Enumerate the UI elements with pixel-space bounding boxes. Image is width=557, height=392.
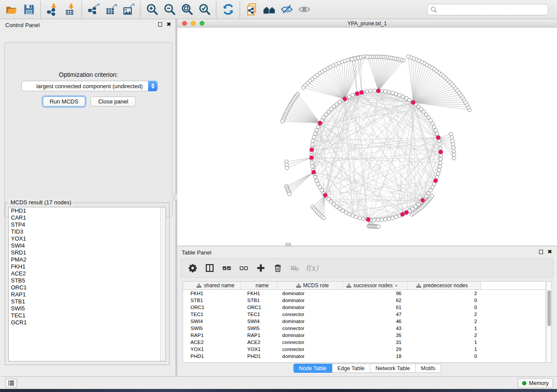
table-cell[interactable]: YOX1 bbox=[241, 346, 277, 353]
table-cell[interactable]: SWI5 bbox=[241, 325, 277, 332]
tab-motifs[interactable]: Motifs bbox=[415, 364, 441, 373]
column-header-name[interactable]: name bbox=[241, 282, 277, 289]
table-scrollbar-thumb[interactable] bbox=[547, 290, 551, 326]
horizontal-splitter-grip[interactable] bbox=[285, 243, 291, 246]
table-row[interactable]: FKH1FKH1dominator962 bbox=[183, 290, 546, 297]
mcds-result-item[interactable]: CAR1 bbox=[9, 214, 166, 221]
table-cell[interactable]: 35 bbox=[343, 332, 408, 339]
table-cell[interactable]: SWI4 bbox=[241, 318, 277, 325]
table-row[interactable]: YOX1YOX1connector291 bbox=[183, 346, 546, 353]
open-session-button[interactable] bbox=[3, 2, 20, 17]
mcds-list-scrollbar[interactable] bbox=[160, 207, 166, 361]
table-cell[interactable]: 1 bbox=[408, 325, 481, 332]
table-cell[interactable]: SWI4 bbox=[183, 318, 241, 325]
table-row[interactable]: ACE2ACE2connector311 bbox=[183, 339, 546, 346]
table-cell[interactable]: 1 bbox=[408, 339, 481, 346]
table-scrollbar[interactable] bbox=[546, 281, 552, 363]
table-cell[interactable]: RAP1 bbox=[183, 332, 241, 339]
table-cell[interactable]: 2 bbox=[408, 318, 481, 325]
table-row[interactable]: SWI4SWI4dominator462 bbox=[183, 318, 546, 325]
table-cell[interactable]: PHD1 bbox=[183, 353, 241, 360]
table-cell[interactable]: 46 bbox=[343, 318, 408, 325]
table-cell[interactable]: 2 bbox=[408, 290, 481, 297]
float-panel-icon[interactable] bbox=[158, 22, 162, 27]
optimization-criterion-select[interactable]: largest connected component (undirected) bbox=[21, 81, 158, 91]
close-panel-button[interactable]: Close panel bbox=[90, 96, 136, 107]
table-cell[interactable]: SWI5 bbox=[183, 325, 241, 332]
delete-column-button[interactable] bbox=[271, 261, 284, 275]
create-column-button[interactable] bbox=[254, 261, 267, 275]
table-cell[interactable]: STB1 bbox=[241, 297, 277, 304]
show-columns-button[interactable] bbox=[203, 261, 216, 275]
table-cell[interactable]: 61 bbox=[343, 304, 408, 311]
table-settings-button[interactable] bbox=[186, 261, 199, 275]
mcds-result-item[interactable]: YOX1 bbox=[9, 235, 166, 242]
import-network-button[interactable] bbox=[44, 2, 61, 17]
table-cell[interactable]: dominator bbox=[277, 290, 343, 297]
zoom-fit-button[interactable] bbox=[178, 2, 196, 17]
home-panels-button[interactable] bbox=[260, 2, 278, 17]
table-row[interactable]: TEC1TEC1connector472 bbox=[183, 311, 546, 318]
deselect-all-rows-button[interactable] bbox=[237, 261, 250, 275]
mcds-result-item[interactable]: SWI5 bbox=[9, 305, 166, 312]
mcds-result-item[interactable]: RAP1 bbox=[9, 291, 166, 298]
table-cell[interactable]: 18 bbox=[343, 353, 408, 360]
table-cell[interactable]: dominator bbox=[277, 304, 343, 311]
memory-button[interactable]: Memory bbox=[518, 378, 553, 388]
float-table-panel-icon[interactable] bbox=[539, 250, 543, 254]
table-cell[interactable]: dominator bbox=[277, 297, 343, 304]
table-cell[interactable]: 31 bbox=[343, 339, 408, 346]
zoom-selected-button[interactable] bbox=[196, 2, 213, 17]
table-cell[interactable]: ORC1 bbox=[183, 304, 241, 311]
table-cell[interactable]: dominator bbox=[277, 332, 343, 339]
table-row[interactable]: SWI5SWI5connector431 bbox=[183, 325, 546, 332]
mcds-result-item[interactable]: SRD1 bbox=[9, 249, 166, 256]
zoom-out-button[interactable] bbox=[161, 2, 178, 17]
network-window-titlebar[interactable]: YPA_prune.txt_1 bbox=[177, 19, 557, 28]
export-network-button[interactable] bbox=[85, 2, 102, 17]
table-row[interactable]: PHD1PHD1dominator180 bbox=[183, 353, 546, 360]
delete-table-button-disabled[interactable] bbox=[288, 261, 301, 275]
mcds-result-item[interactable]: FKH1 bbox=[9, 263, 166, 270]
table-cell[interactable]: connector bbox=[277, 311, 343, 318]
mcds-result-item[interactable]: ORC1 bbox=[9, 284, 166, 291]
table-cell[interactable]: ACE2 bbox=[241, 339, 277, 346]
column-header-predecessor-nodes[interactable]: predecessor nodes bbox=[408, 282, 481, 289]
refresh-view-button[interactable] bbox=[219, 2, 237, 17]
tab-edge-table[interactable]: Edge Table bbox=[332, 364, 370, 373]
mcds-result-item[interactable]: SWI4 bbox=[9, 242, 166, 249]
table-cell[interactable]: 2 bbox=[408, 311, 481, 318]
table-cell[interactable]: ORC1 bbox=[241, 304, 277, 311]
table-cell[interactable]: PHD1 bbox=[241, 353, 277, 360]
close-table-panel-icon[interactable]: ✖ bbox=[547, 249, 552, 254]
zoom-in-button[interactable] bbox=[143, 2, 161, 17]
mcds-result-item[interactable]: GCR1 bbox=[9, 319, 166, 326]
table-cell[interactable]: 62 bbox=[343, 297, 408, 304]
mcds-result-item[interactable]: PMA2 bbox=[9, 256, 166, 263]
table-cell[interactable]: STB1 bbox=[183, 297, 241, 304]
export-table-button[interactable] bbox=[102, 2, 120, 17]
table-cell[interactable]: 2 bbox=[408, 332, 481, 339]
search-input[interactable] bbox=[427, 4, 548, 15]
mcds-result-item[interactable]: PHD1 bbox=[9, 207, 166, 214]
table-cell[interactable]: 43 bbox=[343, 325, 408, 332]
close-panel-icon[interactable]: ✖ bbox=[166, 21, 171, 27]
mcds-result-item[interactable]: STB1 bbox=[9, 298, 166, 305]
new-network-from-selection-button[interactable] bbox=[243, 2, 260, 17]
table-row[interactable]: RAP1RAP1dominator352 bbox=[183, 332, 546, 339]
table-row[interactable]: ORC1ORC1dominator610 bbox=[183, 304, 546, 311]
table-cell[interactable]: dominator bbox=[277, 353, 343, 360]
table-cell[interactable]: 0 bbox=[408, 353, 481, 360]
table-cell[interactable]: TEC1 bbox=[241, 311, 277, 318]
import-table-button[interactable] bbox=[61, 2, 79, 17]
column-header-MCDS-role[interactable]: MCDS role bbox=[277, 282, 343, 289]
tab-network-table[interactable]: Network Table bbox=[370, 364, 416, 373]
table-cell[interactable]: connector bbox=[277, 325, 343, 332]
show-graphics-details-button[interactable] bbox=[295, 2, 313, 17]
tab-node-table[interactable]: Node Table bbox=[293, 364, 332, 373]
mcds-result-item[interactable]: TEC1 bbox=[9, 312, 166, 319]
mcds-result-item[interactable]: STP4 bbox=[9, 221, 166, 228]
save-session-button[interactable] bbox=[20, 2, 38, 17]
table-cell[interactable]: connector bbox=[277, 346, 343, 353]
mcds-result-item[interactable]: STB5 bbox=[9, 277, 166, 284]
